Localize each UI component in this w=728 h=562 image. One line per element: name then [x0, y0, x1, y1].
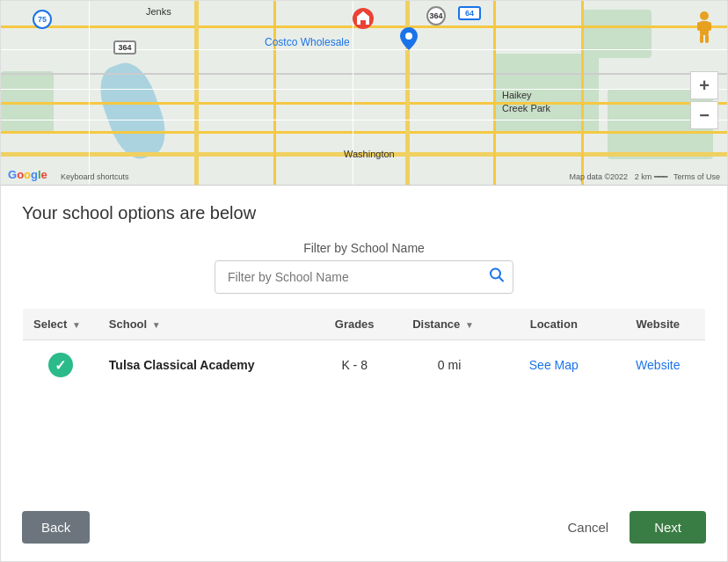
th-website: Website [611, 309, 706, 340]
th-grades: Grades [307, 309, 402, 340]
filter-label: Filter by School Name [303, 241, 425, 255]
route-shield-364a: 364 [113, 40, 136, 55]
street-view-icon[interactable] [690, 10, 718, 47]
school-table: Select ▼ School ▼ Grades Distance ▼ [22, 308, 706, 390]
route-shield-64: 64 [458, 6, 481, 20]
svg-rect-6 [700, 34, 703, 43]
park-area-3 [581, 10, 652, 58]
road-thin [1, 49, 727, 50]
th-location: Location [497, 309, 611, 340]
sort-arrow-distance: ▼ [465, 320, 474, 330]
check-icon: ✓ [55, 357, 66, 374]
section-title: Your school options are below [22, 203, 706, 223]
table-header-row: Select ▼ School ▼ Grades Distance ▼ [23, 309, 706, 340]
road-thin [1, 120, 727, 120]
selected-checkmark[interactable]: ✓ [48, 353, 73, 377]
next-button[interactable]: Next [630, 511, 706, 544]
route-shield-364b: 364 [426, 6, 446, 26]
website-link[interactable]: Website [636, 358, 680, 372]
road [194, 1, 199, 185]
road-thin [1, 89, 727, 90]
svg-point-2 [700, 11, 709, 20]
td-website[interactable]: Website [611, 340, 706, 390]
map-background: Jenks Costco Wholesale Washington Haikey… [1, 1, 727, 185]
map-label-jenks: Jenks [146, 6, 171, 17]
map-label-washington: Washington [344, 149, 395, 159]
map-zoom-controls: + − [690, 71, 718, 129]
svg-rect-5 [708, 22, 711, 31]
home-marker [353, 8, 374, 29]
th-select[interactable]: Select ▼ [23, 309, 98, 340]
filter-container: Filter by School Name [22, 241, 706, 294]
zoom-out-button[interactable]: − [690, 101, 718, 129]
filter-input-wrapper [215, 260, 513, 294]
location-pin [400, 27, 418, 48]
td-school-name: Tulsa Classical Academy [98, 340, 307, 390]
route-shield-75: 75 [33, 10, 52, 29]
th-distance[interactable]: Distance ▼ [402, 309, 497, 340]
td-select[interactable]: ✓ [23, 340, 98, 390]
page-container: Jenks Costco Wholesale Washington Haikey… [0, 0, 728, 562]
search-button[interactable] [489, 267, 505, 288]
td-grades: K - 8 [307, 340, 402, 390]
road [493, 1, 496, 185]
map-section: Jenks Costco Wholesale Washington Haikey… [1, 1, 727, 186]
sort-arrow-school: ▼ [152, 320, 161, 330]
road [1, 73, 727, 75]
sort-arrow-select: ▼ [72, 320, 81, 330]
road-thin [89, 1, 90, 185]
road [1, 102, 727, 105]
road [1, 131, 727, 134]
map-label-haikey: HaikeyCreek Park [502, 89, 550, 116]
svg-rect-3 [700, 21, 709, 35]
svg-point-1 [405, 33, 412, 40]
back-button[interactable]: Back [22, 511, 90, 544]
svg-rect-7 [705, 34, 709, 43]
road [581, 1, 584, 185]
td-distance: 0 mi [402, 340, 497, 390]
map-label-costco: Costco Wholesale [265, 36, 350, 48]
content-section: Your school options are below Filter by … [1, 186, 727, 497]
footer-section: Back Cancel Next [1, 497, 727, 561]
td-location[interactable]: See Map [497, 340, 611, 390]
map-attribution: Map data ©2022 2 km ━━━ Terms of Use [569, 172, 720, 181]
road [273, 1, 276, 185]
zoom-in-button[interactable]: + [690, 71, 718, 99]
svg-line-9 [499, 277, 504, 281]
google-logo: Google [8, 168, 47, 181]
table-row: ✓ Tulsa Classical Academy K - 8 0 mi See… [23, 340, 706, 390]
school-name-filter-input[interactable] [215, 260, 513, 294]
svg-rect-4 [697, 22, 701, 31]
see-map-link[interactable]: See Map [529, 358, 579, 372]
cancel-button[interactable]: Cancel [567, 520, 608, 535]
footer-right: Cancel Next [567, 511, 706, 544]
keyboard-shortcuts-label: Keyboard shortcuts [61, 172, 129, 181]
th-school[interactable]: School ▼ [98, 309, 307, 340]
